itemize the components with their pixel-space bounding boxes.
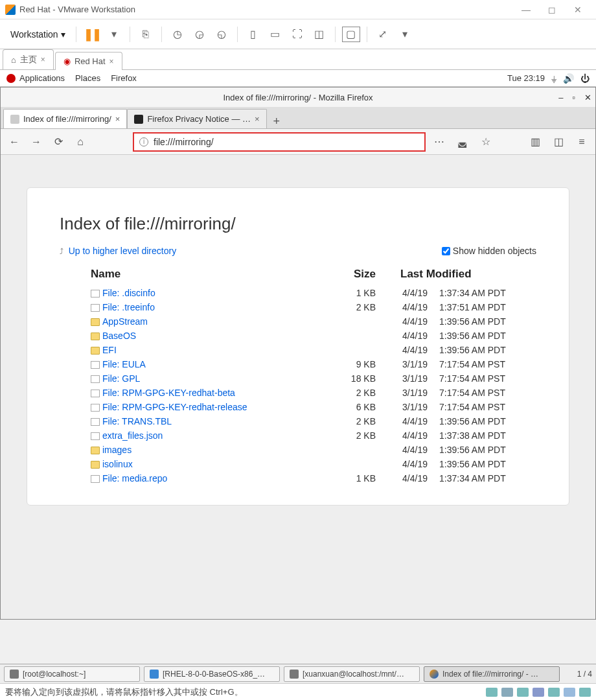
pocket-icon[interactable]: ◛	[454, 134, 471, 150]
volume-icon[interactable]: 🔊	[563, 73, 574, 84]
minimize-button[interactable]: —	[513, 2, 539, 18]
forward-button[interactable]: →	[28, 134, 45, 150]
separator	[130, 27, 130, 42]
task-firefox[interactable]: Index of file:///mirroring/ - …	[424, 666, 560, 682]
file-time: 1:37:38 AM PDT	[433, 428, 536, 443]
file-link[interactable]: File: GPL	[102, 373, 140, 384]
show-hidden-toggle[interactable]: Show hidden objects	[442, 246, 536, 256]
firefox-nav-bar: ← → ⟳ ⌂ i ⋯ ◛ ☆ ▥ ◫ ≡	[1, 129, 595, 155]
file-link[interactable]: File: .treeinfo	[102, 302, 155, 312]
dropdown-icon[interactable]: ▾	[396, 27, 414, 42]
workspace-indicator[interactable]: 1 / 4	[577, 670, 592, 679]
show-hidden-label: Show hidden objects	[453, 246, 536, 256]
file-link[interactable]: File: TRANS.TBL	[102, 416, 172, 426]
firefox-menu[interactable]: Firefox	[111, 73, 137, 83]
close-icon[interactable]: ✕	[584, 93, 591, 102]
device-icon[interactable]	[486, 688, 498, 697]
file-size: 2 KB	[323, 414, 381, 428]
applications-menu[interactable]: Applications	[19, 73, 65, 83]
site-info-icon[interactable]: i	[139, 137, 148, 146]
close-icon[interactable]: ×	[41, 55, 45, 64]
close-tab-icon[interactable]: ×	[115, 114, 120, 124]
close-tab-icon[interactable]: ×	[255, 114, 260, 124]
maximize-icon[interactable]: ▫	[572, 93, 575, 102]
file-date: 3/1/19	[381, 371, 433, 386]
snap-revert-icon[interactable]: ◶	[190, 27, 209, 42]
clock[interactable]: Tue 23:19	[507, 73, 545, 83]
back-button[interactable]: ←	[6, 134, 23, 150]
file-date: 3/1/19	[381, 400, 433, 414]
device-icon[interactable]	[548, 688, 560, 697]
file-size	[323, 329, 381, 343]
network-icon[interactable]: ⏚	[551, 73, 556, 84]
task-files[interactable]: [RHEL-8-0-0-BaseOS-x86_…	[144, 666, 280, 682]
new-tab-button[interactable]: +	[267, 115, 286, 128]
url-bar[interactable]: i	[133, 132, 426, 152]
file-link[interactable]: File: .discinfo	[102, 288, 155, 298]
file-icon	[91, 432, 100, 440]
device-icon[interactable]	[517, 688, 529, 697]
file-date: 4/4/19	[381, 300, 433, 314]
url-input[interactable]	[154, 137, 419, 147]
redhat-icon: ◉	[63, 56, 71, 66]
minimize-icon[interactable]: –	[558, 93, 563, 102]
bookmark-star-icon[interactable]: ☆	[477, 134, 494, 150]
col-modified[interactable]: Last Modified	[381, 265, 536, 286]
device-icon[interactable]	[579, 688, 591, 697]
workstation-menu[interactable]: Workstation ▾	[6, 27, 69, 42]
file-link[interactable]: File: RPM-GPG-KEY-redhat-release	[102, 402, 247, 412]
device-icon[interactable]	[564, 688, 575, 697]
sidebar-icon[interactable]: ◫	[550, 134, 567, 150]
home-button[interactable]: ⌂	[72, 134, 89, 150]
file-link[interactable]: AppStream	[102, 316, 148, 327]
vm-tab-redhat[interactable]: ◉ Red Hat ×	[55, 52, 122, 70]
file-link[interactable]: isolinux	[102, 459, 133, 469]
stretch-icon[interactable]: ⤢	[374, 27, 392, 42]
power-icon[interactable]: ⏻	[580, 73, 590, 84]
reload-button[interactable]: ⟳	[50, 134, 67, 150]
device-icon[interactable]	[533, 688, 544, 697]
maximize-button[interactable]: ◻	[539, 2, 565, 18]
menu-icon[interactable]: ≡	[573, 134, 590, 150]
device-icon[interactable]	[501, 688, 513, 697]
col-name[interactable]: Name	[86, 265, 323, 286]
view-console-icon[interactable]: ▭	[266, 27, 284, 42]
unity-icon[interactable]: ◫	[310, 27, 328, 42]
places-menu[interactable]: Places	[75, 73, 100, 83]
col-size[interactable]: Size	[323, 265, 381, 286]
file-time: 7:17:54 AM PST	[433, 371, 536, 386]
file-time: 1:39:56 AM PDT	[433, 314, 536, 329]
file-link[interactable]: File: EULA	[102, 359, 146, 369]
file-time: 1:39:56 AM PDT	[433, 443, 536, 457]
task-terminal[interactable]: [xuanxuan@localhost:/mnt/…	[284, 666, 420, 682]
view-single-icon[interactable]: ▯	[244, 27, 262, 42]
file-link[interactable]: EFI	[102, 345, 117, 355]
close-icon[interactable]: ×	[109, 57, 114, 66]
fullscreen-icon[interactable]: ⛶	[288, 27, 306, 42]
browser-tab[interactable]: Firefox Privacy Notice — … ×	[127, 109, 266, 128]
library-icon[interactable]: ▥	[527, 134, 544, 150]
file-link[interactable]: extra_files.json	[102, 430, 163, 441]
show-hidden-checkbox[interactable]	[442, 247, 450, 255]
task-terminal[interactable]: [root@localhost:~]	[4, 666, 140, 682]
pause-icon[interactable]: ❚❚	[83, 27, 101, 42]
cycle-icon[interactable]: ▢	[342, 27, 360, 42]
file-link[interactable]: BaseOS	[102, 331, 136, 341]
dropdown-icon[interactable]: ▾	[105, 27, 123, 42]
file-icon	[91, 418, 100, 426]
file-size: 2 KB	[323, 300, 381, 314]
page-actions-icon[interactable]: ⋯	[431, 134, 448, 150]
file-size: 9 KB	[323, 357, 381, 371]
redhat-icon	[6, 74, 16, 83]
file-link[interactable]: File: RPM-GPG-KEY-redhat-beta	[102, 388, 235, 398]
table-row: File: media.repo1 KB4/4/191:37:34 AM PDT	[86, 471, 536, 485]
file-link[interactable]: images	[102, 445, 132, 455]
file-link[interactable]: File: media.repo	[102, 473, 167, 484]
vm-tab-home[interactable]: ⌂ 主页 ×	[3, 49, 54, 69]
browser-tab[interactable]: Index of file:///mirroring/ ×	[3, 109, 127, 128]
snap-take-icon[interactable]: ◷	[168, 27, 187, 42]
up-directory-link[interactable]: Up to higher level directory	[69, 246, 177, 256]
close-button[interactable]: ✕	[565, 2, 591, 18]
snapshot-icon[interactable]: ⎘	[137, 27, 155, 42]
snap-manage-icon[interactable]: ◵	[212, 27, 231, 42]
